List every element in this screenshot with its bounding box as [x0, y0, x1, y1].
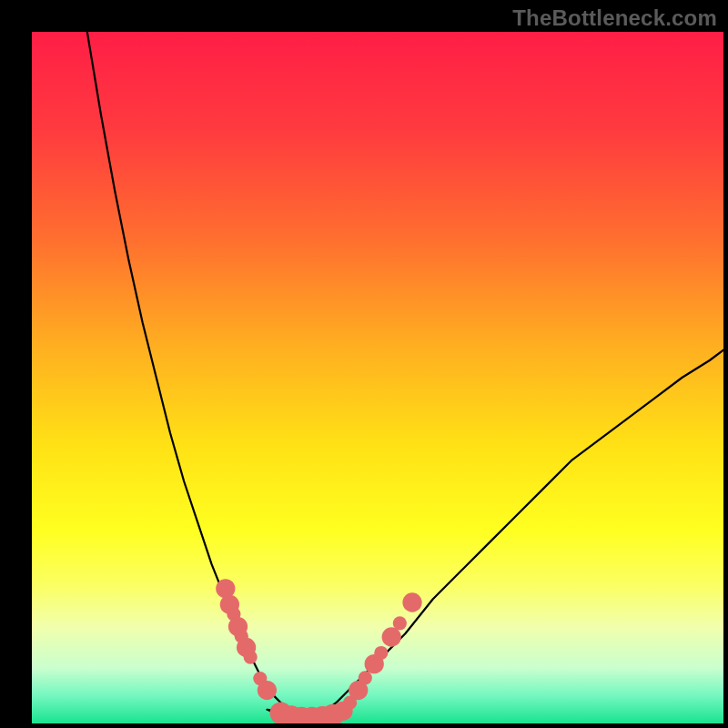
data-point [359, 671, 372, 684]
data-point [374, 646, 388, 660]
gradient-background [32, 32, 723, 723]
plot-area [32, 32, 723, 723]
chart-container: TheBottleneck.com [0, 0, 728, 728]
data-point [382, 627, 401, 646]
data-point [258, 681, 277, 700]
watermark: TheBottleneck.com [512, 5, 717, 31]
data-point [402, 592, 421, 612]
data-point [393, 616, 407, 630]
bottleneck-chart-svg [32, 32, 723, 723]
data-point [244, 650, 258, 663]
